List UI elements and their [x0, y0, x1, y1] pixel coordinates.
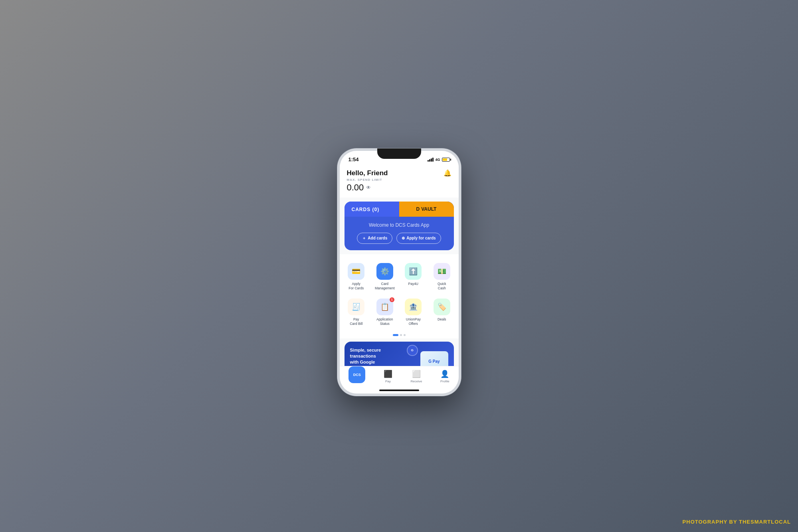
home-bar: [379, 390, 419, 391]
signal-bars: [428, 158, 434, 162]
cards-section: CARDS (0) D VAULT Welcome to DCS Cards A…: [345, 202, 454, 250]
dots-indicator: [340, 332, 459, 338]
action-label-application-status: Application Status: [376, 317, 393, 326]
greeting-container: Hello, Friend: [347, 169, 388, 177]
action-label-apply-for-cards: Apply For Cards: [349, 282, 364, 291]
action-icon-deals: 🏷️: [434, 299, 450, 315]
action-label-quick-cash: Quick Cash: [438, 282, 446, 291]
tab-cards[interactable]: CARDS (0): [345, 202, 399, 217]
action-item-unionpay-offers[interactable]: 🏦UnionPay Offers: [400, 295, 427, 329]
action-icon-unionpay-offers: 🏦: [405, 299, 422, 315]
apply-for-cards-button[interactable]: ⊕ Apply for cards: [396, 233, 441, 244]
network-label: 4G: [435, 158, 440, 162]
nav-receive[interactable]: ⬜ Receive: [410, 370, 422, 383]
action-label-pay-card-bill: Pay Card Bill: [350, 317, 362, 326]
bottom-nav: DCS ⬛ Pay ⬜ Receive 👤 Profile: [340, 366, 459, 388]
apply-cards-label: Apply for cards: [406, 236, 436, 240]
nav-pay[interactable]: ⬛ Pay: [384, 370, 392, 383]
status-time: 1:54: [349, 156, 359, 162]
receive-icon: ⬜: [412, 370, 421, 378]
watermark: PHOTOGRAPHY BY THESMARTLOCAL: [683, 519, 791, 525]
cards-buttons: ＋ Add cards ⊕ Apply for cards: [357, 233, 441, 244]
add-cards-label: Add cards: [368, 236, 387, 240]
phone-shell: 1:54 4G: [337, 148, 461, 396]
spend-limit-label: MAX. SPEND LIMIT: [347, 178, 451, 182]
action-icon-apply-for-cards: 💳: [348, 263, 364, 280]
notch: [377, 148, 421, 159]
app-header: Hello, Friend 🔔 MAX. SPEND LIMIT 0.00 👁: [340, 165, 459, 198]
action-item-pay4u[interactable]: ⬆️Pay4U: [400, 260, 427, 294]
gpay-label: G: [411, 348, 413, 352]
battery-fill: [443, 158, 447, 161]
circle-plus-icon: ⊕: [402, 236, 405, 240]
watermark-brand: THESMARTLOCAL: [739, 519, 791, 525]
action-item-card-management[interactable]: ⚙️Card Management: [371, 260, 398, 294]
tab-vault[interactable]: D VAULT: [399, 202, 454, 217]
action-icon-pay4u: ⬆️: [405, 263, 422, 280]
home-indicator: [340, 388, 459, 394]
dot-active: [393, 334, 398, 336]
home-nav-icon: DCS: [349, 366, 365, 383]
dcs-logo: DCS: [353, 373, 361, 377]
action-label-pay4u: Pay4U: [408, 282, 418, 286]
promo-visual: G Pay: [420, 351, 448, 366]
action-label-deals: Deals: [438, 317, 446, 322]
action-icon-application-status: 📋1: [376, 299, 393, 315]
watermark-prefix: PHOTOGRAPHY BY: [683, 519, 739, 525]
actions-grid: 💳Apply For Cards⚙️Card Management⬆️Pay4U…: [343, 260, 455, 329]
notification-bell-icon[interactable]: 🔔: [444, 169, 451, 177]
eye-icon[interactable]: 👁: [366, 185, 371, 190]
action-icon-pay-card-bill: 🧾: [348, 299, 364, 315]
gpay-badge-icon: G: [407, 345, 418, 356]
plus-icon: ＋: [362, 235, 366, 241]
tab-cards-label: CARDS (0): [352, 207, 380, 212]
action-icon-card-management: ⚙️: [376, 263, 393, 280]
nav-profile[interactable]: 👤 Profile: [440, 370, 449, 383]
promo-main-text: Simple, secure transactionswith Google P…: [350, 347, 382, 366]
app-content[interactable]: Hello, Friend 🔔 MAX. SPEND LIMIT 0.00 👁: [340, 165, 459, 366]
phone-wrapper: 1:54 4G: [337, 148, 461, 396]
dot-1: [400, 334, 402, 336]
nav-home[interactable]: DCS: [349, 370, 365, 383]
gpay-visual-label: G Pay: [428, 359, 440, 364]
promo-text-container: Simple, secure transactionswith Google P…: [350, 347, 408, 366]
welcome-text: Welcome to DCS Cards App: [369, 222, 429, 228]
greeting-text: Hello, Friend: [347, 169, 388, 177]
action-label-card-management: Card Management: [375, 282, 395, 291]
action-label-unionpay-offers: UnionPay Offers: [406, 317, 421, 326]
spend-value: 0.00: [347, 182, 364, 193]
pay-icon: ⬛: [384, 370, 392, 378]
profile-label: Profile: [440, 380, 449, 383]
quick-actions: 💳Apply For Cards⚙️Card Management⬆️Pay4U…: [340, 254, 459, 332]
status-icons: 4G: [428, 158, 449, 162]
action-icon-quick-cash: 💵: [434, 263, 450, 280]
action-item-quick-cash[interactable]: 💵Quick Cash: [428, 260, 455, 294]
action-item-pay-card-bill[interactable]: 🧾Pay Card Bill: [343, 295, 370, 329]
header-top: Hello, Friend 🔔: [347, 169, 451, 177]
receive-label: Receive: [410, 380, 422, 383]
cards-tabs: CARDS (0) D VAULT: [345, 202, 454, 217]
dvault-d-icon: D: [416, 206, 420, 212]
action-item-application-status[interactable]: 📋1Application Status: [371, 295, 398, 329]
pay-label: Pay: [385, 380, 391, 383]
phone-screen: 1:54 4G: [340, 151, 459, 394]
profile-icon: 👤: [440, 370, 449, 378]
battery-icon: [442, 158, 450, 162]
spend-amount-row: 0.00 👁: [347, 182, 451, 193]
badge-application-status: 1: [390, 297, 394, 302]
promo-banner[interactable]: Simple, secure transactionswith Google P…: [345, 342, 454, 366]
dot-2: [404, 334, 406, 336]
tab-vault-label: VAULT: [421, 206, 436, 212]
add-cards-button[interactable]: ＋ Add cards: [357, 233, 392, 244]
action-item-deals[interactable]: 🏷️Deals: [428, 295, 455, 329]
cards-body: Welcome to DCS Cards App ＋ Add cards ⊕ A…: [345, 217, 454, 250]
action-item-apply-for-cards[interactable]: 💳Apply For Cards: [343, 260, 370, 294]
